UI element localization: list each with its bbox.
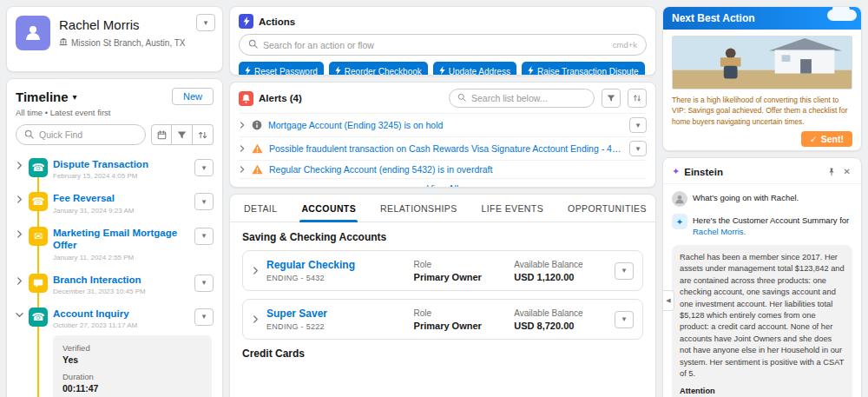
- role-value: Primary Owner: [414, 272, 508, 282]
- chevron-right-icon[interactable]: [239, 145, 246, 152]
- account-menu-button[interactable]: ▾: [615, 262, 634, 280]
- reorder-checkbook-button[interactable]: Reorder Checkbook: [329, 62, 428, 76]
- account-name-link[interactable]: Regular Checking: [266, 259, 355, 271]
- timeline-item-date: December 31, 2023 10:45 PM: [53, 288, 189, 295]
- account-balance-cell: Available Balance USD 1,120.00: [514, 260, 608, 282]
- collapse-left-icon: ◀: [666, 297, 670, 304]
- timeline-item-menu-button[interactable]: ▾: [194, 308, 214, 326]
- client-name: Rachel Morris: [59, 17, 186, 32]
- tab-relationships[interactable]: RELATIONSHIPS: [378, 195, 458, 222]
- update-address-button[interactable]: Update Address: [433, 62, 516, 76]
- alert-link[interactable]: Mortgage Account (Ending 3245) is on hol…: [268, 120, 623, 130]
- button-label: Reset Password: [254, 67, 318, 76]
- actions-header: Actions: [239, 14, 647, 29]
- account-role-cell: Role Primary Owner: [414, 308, 508, 331]
- timeline-item-date: January 31, 2024 9:23 AM: [53, 207, 189, 215]
- saving-checking-section-title: Saving & Checking Accounts: [242, 231, 643, 243]
- chevron-right-icon[interactable]: [16, 162, 23, 169]
- timeline-title[interactable]: Timeline ▾: [16, 89, 77, 104]
- alert-row: Regular Checking Account (ending 5432) i…: [239, 160, 647, 178]
- timeline-item-link[interactable]: Dispute Transaction: [53, 158, 189, 170]
- bank-icon: [59, 37, 68, 48]
- detail-field-label: Duration: [62, 372, 202, 381]
- timeline-item-menu-button[interactable]: ▾: [194, 193, 214, 210]
- timeline-item-detail-panel: Verified Yes Duration 00:11:47: [53, 335, 212, 397]
- bolt-icon: [528, 66, 534, 76]
- chevron-right-icon[interactable]: [16, 277, 23, 285]
- chevron-down-icon[interactable]: [16, 311, 23, 319]
- pin-button[interactable]: [825, 165, 838, 178]
- timeline-toolbar: [16, 124, 214, 145]
- close-button[interactable]: ✕: [842, 165, 852, 178]
- alerts-search-input[interactable]: [471, 93, 586, 103]
- timeline-item: ✉ Marketing Email Mortgage Offer January…: [16, 221, 214, 268]
- client-branch-label: Mission St Branch, Austin, TX: [71, 38, 186, 48]
- client-avatar: [16, 16, 50, 50]
- timeline-item-link[interactable]: Fee Reversal: [53, 192, 189, 204]
- alerts-filter-button[interactable]: [602, 89, 621, 108]
- next-best-action-card: Next Best Action: [662, 6, 862, 151]
- warning-icon: [252, 164, 263, 175]
- alerts-view-all-link[interactable]: View All: [239, 178, 647, 188]
- user-message-text: What's going on with Rachel.: [693, 191, 799, 207]
- chevron-right-icon[interactable]: [239, 166, 246, 173]
- next-best-action-footer: ✓ Sent!: [672, 131, 852, 147]
- tab-opportunities[interactable]: OPPORTUNITIES: [566, 195, 648, 222]
- filter-button[interactable]: [172, 124, 193, 145]
- client-name-link[interactable]: Rachel Morris.: [693, 227, 746, 236]
- search-icon: [248, 39, 258, 50]
- tab-accounts[interactable]: ACCOUNTS: [299, 195, 358, 222]
- chevron-right-icon[interactable]: [252, 315, 260, 323]
- bot-message-text: Here's the Customer Account Summary for …: [693, 214, 852, 238]
- sent-button[interactable]: ✓ Sent!: [801, 131, 852, 147]
- account-name-link[interactable]: Super Saver: [266, 308, 327, 320]
- timeline-item-link[interactable]: Marketing Email Mortgage Offer: [53, 227, 189, 252]
- tab-life-events[interactable]: LIFE EVENTS: [480, 195, 546, 222]
- account-menu-button[interactable]: ▾: [615, 311, 634, 328]
- alert-link[interactable]: Possible fraudulent transaction on Cash …: [269, 143, 623, 154]
- alert-menu-button[interactable]: ▾: [629, 117, 647, 133]
- action-search-input[interactable]: [263, 40, 608, 50]
- alerts-sort-button[interactable]: [628, 89, 647, 108]
- timeline-item-link[interactable]: Branch Interaction: [53, 274, 189, 286]
- alerts-card: Alerts (4): [229, 82, 656, 188]
- alert-row: Possible fraudulent transaction on Cash …: [239, 136, 647, 160]
- account-row: Super Saver ENDING - 5222 Role Primary O…: [242, 299, 643, 340]
- balance-label: Available Balance: [514, 260, 608, 269]
- chevron-down-icon: ▾: [202, 279, 207, 287]
- date-range-button[interactable]: [151, 124, 172, 145]
- timeline-item-menu-button[interactable]: ▾: [194, 275, 214, 292]
- chevron-right-icon[interactable]: [16, 230, 23, 238]
- envelope-glyph: ✉: [34, 231, 43, 242]
- tab-detail[interactable]: DETAIL: [242, 195, 279, 222]
- timeline-item-date: January 11, 2024 2:55 PM: [53, 254, 189, 261]
- panel-collapse-button[interactable]: ◀: [662, 290, 674, 311]
- phone-glyph: ☎: [32, 312, 45, 322]
- attention-title: Attention: [680, 386, 845, 397]
- einstein-title: Einstein: [684, 167, 723, 177]
- timeline-item-menu-button[interactable]: ▾: [194, 159, 214, 176]
- role-label: Role: [414, 260, 508, 269]
- chevron-right-icon[interactable]: [16, 195, 23, 203]
- alert-link[interactable]: Regular Checking Account (ending 5432) i…: [269, 164, 647, 175]
- timeline-search-input[interactable]: [39, 129, 137, 140]
- bolt-icon: [439, 66, 445, 76]
- reset-password-button[interactable]: Reset Password: [239, 62, 324, 76]
- timeline-item-link[interactable]: Account Inquiry: [53, 308, 189, 320]
- balance-value: USD 1,120.00: [514, 272, 608, 282]
- alert-menu-button[interactable]: ▾: [629, 141, 647, 156]
- timeline-toolbar-buttons: [151, 124, 214, 145]
- timeline-item-menu-button[interactable]: ▾: [194, 228, 214, 245]
- chevron-right-icon[interactable]: [252, 267, 260, 275]
- sort-button[interactable]: [193, 124, 214, 145]
- chevron-right-icon[interactable]: [239, 122, 246, 129]
- info-icon: [252, 120, 262, 130]
- timeline-new-button[interactable]: New: [172, 88, 214, 105]
- close-icon: ✕: [844, 167, 851, 176]
- quick-action-buttons: Reset Password Reorder Checkbook Update …: [239, 62, 647, 76]
- timeline-title-label: Timeline: [16, 89, 69, 104]
- raise-transaction-dispute-button[interactable]: Raise Transaction Dispute: [522, 62, 645, 76]
- profile-menu-button[interactable]: ▾: [196, 14, 215, 31]
- client-info: Rachel Morris Mission St Branch, Austin,…: [59, 16, 186, 63]
- timeline-item-text: Marketing Email Mortgage Offer January 1…: [53, 227, 189, 261]
